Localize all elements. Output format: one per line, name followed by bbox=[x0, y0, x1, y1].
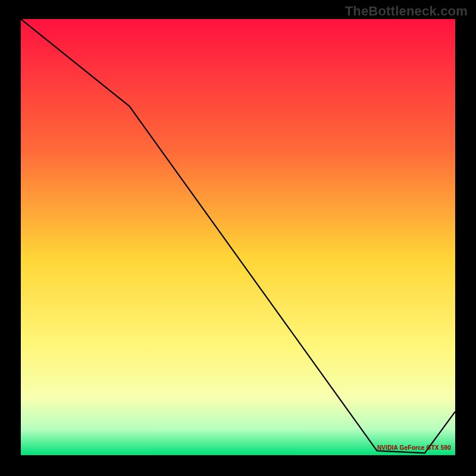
plot-area: NVIDIA GeForce GTX 590 bbox=[21, 19, 455, 455]
plot-background bbox=[21, 19, 455, 455]
watermark-text: TheBottleneck.com bbox=[345, 4, 468, 19]
series-label: NVIDIA GeForce GTX 590 bbox=[377, 444, 451, 451]
chart-svg bbox=[21, 19, 455, 455]
chart-frame: TheBottleneck.com NVIDIA GeForce GTX 590 bbox=[0, 0, 476, 476]
